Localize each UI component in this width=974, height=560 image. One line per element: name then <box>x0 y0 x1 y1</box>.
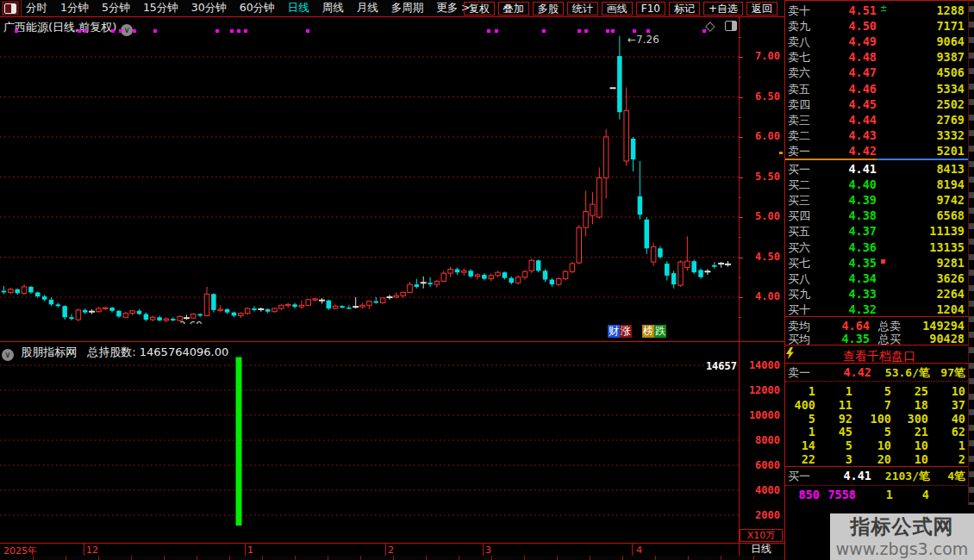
level-label: 卖三 <box>788 113 810 128</box>
level-volume: 3626 <box>904 271 965 285</box>
badge-char: 跌 <box>654 325 666 338</box>
panel-toggle-icon[interactable] <box>2 1 19 16</box>
action-button-F10[interactable]: F10 <box>636 2 665 16</box>
action-button-+自选[interactable]: +自选 <box>703 2 743 16</box>
time-axis-label: 3 <box>485 544 491 556</box>
level-price: 4.47 <box>827 65 877 79</box>
axis-tickmark <box>739 297 743 298</box>
order-book-row-买七[interactable]: 买七4.35▪9281 <box>785 255 968 271</box>
order-book-row-卖八[interactable]: 卖八4.499064 <box>785 34 968 49</box>
level-price: 4.40 <box>827 177 877 191</box>
time-axis-label: 1 <box>247 544 253 556</box>
period-tab-分时[interactable]: 分时 <box>26 1 47 16</box>
order-book-row-买八[interactable]: 买八4.343626 <box>785 271 968 286</box>
queue-order-size: 40 <box>929 412 965 426</box>
order-book-row-买五[interactable]: 买五4.3711139 <box>785 223 968 239</box>
order-book-row-卖一[interactable]: 卖一4.425201 <box>785 143 968 159</box>
level-volume: 1288 <box>904 3 965 17</box>
axis-tickmark <box>739 237 741 238</box>
time-axis: 2025年121234 <box>0 543 784 557</box>
queue-order-size: 5 <box>779 412 815 426</box>
period-tab-日线[interactable]: 日线 <box>288 1 309 16</box>
price-mark-icon: ▪ <box>880 256 886 265</box>
level-price: 4.33 <box>827 287 877 301</box>
order-book-row-买九[interactable]: 买九4.332264 <box>785 286 968 302</box>
sell-avg-row: 卖均 4.64 总卖 149294 <box>785 319 968 333</box>
level-volume: 5334 <box>904 82 965 96</box>
period-tab-15分钟[interactable]: 15分钟 <box>143 1 178 16</box>
order-book-row-卖五[interactable]: 卖五4.465334 <box>785 81 968 96</box>
period-tab-月线[interactable]: 月线 <box>357 1 378 16</box>
ranking-badge[interactable]: 财涨 <box>608 325 632 338</box>
period-tab-周线[interactable]: 周线 <box>322 1 344 16</box>
avg-per-order: 53.6/笔 <box>873 365 930 381</box>
level-label: 卖二 <box>788 128 810 144</box>
period-tab-30分钟[interactable]: 30分钟 <box>191 1 227 16</box>
site-watermark: 指标公式网 www.zbgs3.com <box>830 513 974 560</box>
level-price: 4.36 <box>827 240 877 254</box>
queue-order-size: 22 <box>779 452 815 466</box>
period-tab-1分钟[interactable]: 1分钟 <box>60 1 89 16</box>
period-tab-60分钟[interactable]: 60分钟 <box>240 1 275 16</box>
indicator-tick: 8000 <box>742 434 780 446</box>
action-button-统计[interactable]: 统计 <box>567 2 598 16</box>
axis-tickmark <box>739 217 743 218</box>
order-book-row-买十[interactable]: 买十4.321204 <box>785 302 968 317</box>
order-book-row-卖四[interactable]: 卖四4.452502 <box>785 96 968 112</box>
action-button-返回[interactable]: 返回 <box>746 2 777 16</box>
total-buy-value: 90428 <box>902 332 965 345</box>
order-book-row-买六[interactable]: 买六4.3613135 <box>785 240 968 255</box>
order-book-row-买二[interactable]: 买二4.408194 <box>785 177 968 192</box>
time-axis-tick <box>483 544 484 556</box>
level-volume: 3332 <box>904 128 965 142</box>
row-price: 4.41 <box>823 469 871 482</box>
level-price: 4.35 <box>827 256 877 270</box>
level-price: 4.50 <box>827 19 877 33</box>
order-book-panel: 卖十4.51±1288卖九4.507171卖八4.499064卖七4.48938… <box>784 0 974 560</box>
period-tab-5分钟[interactable]: 5分钟 <box>102 1 130 16</box>
level-label: 卖一 <box>788 144 810 159</box>
axis-tickmark <box>739 57 743 58</box>
watermark-title: 指标公式网 <box>830 513 974 539</box>
action-button-标记[interactable]: 标记 <box>669 2 700 16</box>
candlestick-chart[interactable]: ←7.26←3.69 <box>0 17 739 324</box>
level-label: 卖八 <box>788 34 810 50</box>
buy-avg-price: 4.35 <box>825 332 870 345</box>
order-book-row-买三[interactable]: 买三4.399742 <box>785 192 968 208</box>
price-tick: 6.00 <box>742 130 780 142</box>
period-tab-多周期[interactable]: 多周期 <box>391 1 424 16</box>
order-book-row-卖六[interactable]: 卖六4.474506 <box>785 65 968 80</box>
action-button-多股[interactable]: 多股 <box>533 2 564 16</box>
ranking-badge[interactable]: 榜跌 <box>642 325 666 338</box>
order-book-row-卖九[interactable]: 卖九4.507171 <box>785 18 968 34</box>
lightning-icon <box>785 347 795 359</box>
order-book-row-卖二[interactable]: 卖二4.433332 <box>785 128 968 143</box>
order-book-row-卖三[interactable]: 卖三4.442769 <box>785 112 968 128</box>
bottom-cut-strip <box>0 556 784 560</box>
queue-order-size: 1 <box>816 384 852 398</box>
level-price: 4.39 <box>827 193 877 207</box>
level-price: 4.41 <box>827 162 877 176</box>
order-count: 97笔 <box>929 365 965 381</box>
axis-marker <box>779 152 783 154</box>
level2-link[interactable]: 查看千档盘口 <box>785 347 968 362</box>
time-axis-tick <box>245 544 246 556</box>
axis-tickmark <box>739 37 741 38</box>
order-book-row-卖七[interactable]: 卖七4.489387 <box>785 49 968 65</box>
dotted-divider <box>785 381 968 382</box>
big-order-value: 4 <box>886 488 929 501</box>
order-book-row-买四[interactable]: 买四4.386568 <box>785 208 968 223</box>
action-button-叠加[interactable]: 叠加 <box>498 2 529 16</box>
queue-order-size: 1 <box>929 439 965 452</box>
level-price: 4.51 <box>827 3 877 17</box>
axis-tickmark <box>739 157 741 158</box>
indicator-chart[interactable] <box>0 342 739 526</box>
order-book-row-买一[interactable]: 买一4.418413 <box>785 161 968 177</box>
order-book-row-卖十[interactable]: 卖十4.51±1288 <box>785 3 968 18</box>
action-button-复权[interactable]: 复权 <box>464 2 495 16</box>
queue-order-size: 14 <box>779 439 815 452</box>
action-button-画线[interactable]: 画线 <box>602 2 633 16</box>
dotted-divider <box>785 485 968 486</box>
chart-area: 广西能源(日线,前复权)∨ ◇ ←7.26←3.69 7.006.506.005… <box>0 17 784 560</box>
row-label: 买一 <box>788 469 810 484</box>
